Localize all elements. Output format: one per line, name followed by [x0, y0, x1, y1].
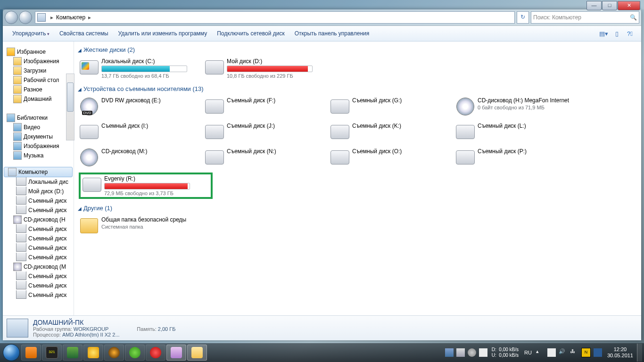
- tray-monitor-icon[interactable]: [445, 348, 454, 357]
- drive-name: CD-дисковод (H:) MegaFon Internet: [478, 97, 574, 104]
- sidebar-item[interactable]: Рабочий стол: [3, 75, 74, 85]
- tray-norton-icon[interactable]: N: [581, 348, 591, 357]
- drive-item[interactable]: Съемный диск (F:): [204, 96, 324, 117]
- drive-item[interactable]: CD-дисковод (H:) MegaFon Internet0 байт …: [455, 96, 575, 117]
- drive-item[interactable]: Локальный диск (C:)13,7 ГБ свободно из 6…: [79, 57, 198, 80]
- drive-freespace: 0 байт свободно из 71,9 МБ: [478, 105, 574, 110]
- sidebar-item[interactable]: Локальный дис: [3, 177, 74, 187]
- address-bar[interactable]: ▸ Компьютер ▸: [35, 11, 515, 24]
- preview-pane-button[interactable]: ▯: [611, 29, 622, 38]
- nav-forward-button[interactable]: [19, 11, 32, 24]
- search-input[interactable]: Поиск: Компьютер 🔍: [531, 11, 639, 24]
- sidebar-item[interactable]: CD-дисковод (H: [3, 215, 74, 224]
- group-header[interactable]: ◢Другие (1): [76, 203, 639, 214]
- view-options-button[interactable]: ▤▾: [598, 29, 609, 38]
- computer-icon: [37, 13, 46, 22]
- tray-recycle-icon[interactable]: [456, 348, 465, 357]
- sidebar-item-label: Съемный диск: [28, 254, 66, 261]
- sidebar-item[interactable]: Съемный диск: [3, 206, 74, 215]
- start-button[interactable]: [2, 343, 21, 362]
- window-close-button[interactable]: ✕: [618, 1, 640, 10]
- tray-language[interactable]: RU: [524, 350, 532, 355]
- drive-item[interactable]: Съемный диск (G:): [330, 96, 449, 117]
- window-minimize-button[interactable]: —: [586, 1, 602, 10]
- drive-item[interactable]: Съемный диск (N:): [204, 147, 324, 168]
- drive-item[interactable]: Съемный диск (K:): [330, 122, 449, 142]
- help-button[interactable]: ?⃝: [624, 29, 636, 38]
- tray-network-icon[interactable]: 🖧: [570, 348, 578, 357]
- system-properties-button[interactable]: Свойства системы: [55, 30, 114, 37]
- sidebar-item[interactable]: Съемный диск: [3, 196, 74, 206]
- group-header[interactable]: ◢Жесткие диски (2): [76, 44, 639, 56]
- tray-volume-icon[interactable]: 🔊: [559, 348, 567, 357]
- taskbar-app-opera[interactable]: [146, 345, 165, 361]
- taskbar-app-utorrent[interactable]: [125, 345, 145, 361]
- breadcrumb-location[interactable]: Компьютер: [56, 14, 85, 21]
- sidebar-item[interactable]: Компьютер: [4, 167, 73, 177]
- drive-freespace: 72,9 МБ свободно из 3,73 ГБ: [104, 190, 209, 196]
- sidebar-item[interactable]: Музыка: [3, 151, 74, 160]
- tray-netspeed[interactable]: D: 0,00 kB/s U: 0,00 kB/s: [492, 347, 519, 358]
- scrollbar-thumb[interactable]: [67, 82, 74, 112]
- sidebar-item[interactable]: Изображения: [3, 141, 74, 151]
- drive-item[interactable]: Evgeniy (R:)72,9 МБ свободно из 3,73 ГБ: [79, 173, 213, 199]
- drive-item[interactable]: Съемный диск (L:): [455, 122, 575, 142]
- sidebar-item[interactable]: Документы: [3, 132, 74, 141]
- drive-item[interactable]: Мой диск (D:)10,8 ГБ свободно из 229 ГБ: [204, 57, 324, 80]
- sidebar-item-label: Съемный диск: [28, 197, 66, 204]
- sidebar-item[interactable]: CD-дисковод (M: [3, 262, 74, 272]
- show-desktop-button[interactable]: [637, 344, 642, 362]
- uninstall-program-button[interactable]: Удалить или изменить программу: [114, 30, 213, 37]
- sidebar-item[interactable]: Съемный диск: [3, 253, 74, 262]
- taskbar-app-wmp[interactable]: [21, 345, 41, 361]
- nav-scrollbar[interactable]: [66, 74, 74, 140]
- drive-item[interactable]: Съемный диск (O:): [330, 147, 449, 168]
- taskbar-app-explorer[interactable]: [187, 345, 207, 361]
- drive-item[interactable]: DVDDVD RW дисковод (E:): [79, 96, 198, 117]
- details-cpu-value: AMD Athlon(tm) II X2 2...: [62, 332, 120, 337]
- taskbar-app-mpc[interactable]: 321: [42, 345, 62, 361]
- nav-back-button[interactable]: [5, 11, 18, 24]
- taskbar-app-daemon[interactable]: [104, 345, 124, 361]
- breadcrumb-chevron-icon[interactable]: ▸: [85, 14, 94, 21]
- sidebar-item[interactable]: Съемный диск: [3, 290, 74, 300]
- refresh-button[interactable]: ↻: [517, 11, 529, 24]
- drive-item[interactable]: Общая папка безопасной средыСистемная па…: [79, 215, 198, 236]
- drive-name: DVD RW дисковод (E:): [101, 97, 198, 104]
- drive-item[interactable]: Съемный диск (I:): [79, 122, 198, 142]
- sidebar-item[interactable]: Загрузки: [3, 66, 74, 75]
- taskbar-app-aimp[interactable]: [83, 345, 103, 361]
- control-panel-button[interactable]: Открыть панель управления: [290, 30, 375, 37]
- sidebar-item[interactable]: Избранное: [3, 47, 74, 57]
- sidebar-item[interactable]: Мой диск (D:): [3, 187, 74, 196]
- sidebar-item[interactable]: Библиотеки: [3, 113, 74, 123]
- sidebar-item[interactable]: Съемный диск: [3, 224, 74, 234]
- drive-item[interactable]: Съемный диск (J:): [204, 122, 324, 142]
- tray-flag-icon[interactable]: [547, 348, 556, 357]
- group-header[interactable]: ◢Устройства со съемными носителями (13): [76, 83, 639, 95]
- sidebar-item[interactable]: Видео: [3, 123, 74, 132]
- tray-notepad-icon[interactable]: [479, 348, 487, 357]
- drive-item[interactable]: Съемный диск (P:): [455, 147, 575, 168]
- organize-menu[interactable]: Упорядочить: [8, 30, 55, 37]
- map-network-drive-button[interactable]: Подключить сетевой диск: [212, 30, 289, 37]
- sidebar-item[interactable]: Съемный диск: [3, 272, 74, 281]
- drive-icon: [16, 187, 26, 195]
- sidebar-item[interactable]: Изображения: [3, 57, 74, 66]
- folder-icon: [13, 66, 22, 75]
- window-maximize-button[interactable]: □: [602, 1, 617, 10]
- tray-chevron-up-icon[interactable]: ▴: [536, 348, 545, 357]
- sidebar-item[interactable]: Съемный диск: [3, 281, 74, 290]
- taskbar-app-player[interactable]: [63, 345, 83, 361]
- drive-item[interactable]: CD-дисковод (M:): [79, 147, 198, 168]
- sidebar-item[interactable]: Домашний: [3, 94, 74, 104]
- taskbar-app-paint[interactable]: [166, 345, 186, 361]
- sidebar-item-label: Съемный диск: [28, 292, 66, 298]
- system-tray: D: 0,00 kB/s U: 0,00 kB/s RU ▴ 🔊 🖧 N 12:…: [444, 344, 642, 362]
- sidebar-item[interactable]: Разное: [3, 85, 74, 94]
- sidebar-item[interactable]: Съемный диск: [3, 234, 74, 243]
- sidebar-item[interactable]: Съемный диск: [3, 243, 74, 253]
- tray-monitor2-icon[interactable]: [594, 348, 602, 357]
- tray-clock[interactable]: 12:2030.05.2011: [607, 346, 633, 359]
- tray-search-icon[interactable]: [468, 348, 476, 357]
